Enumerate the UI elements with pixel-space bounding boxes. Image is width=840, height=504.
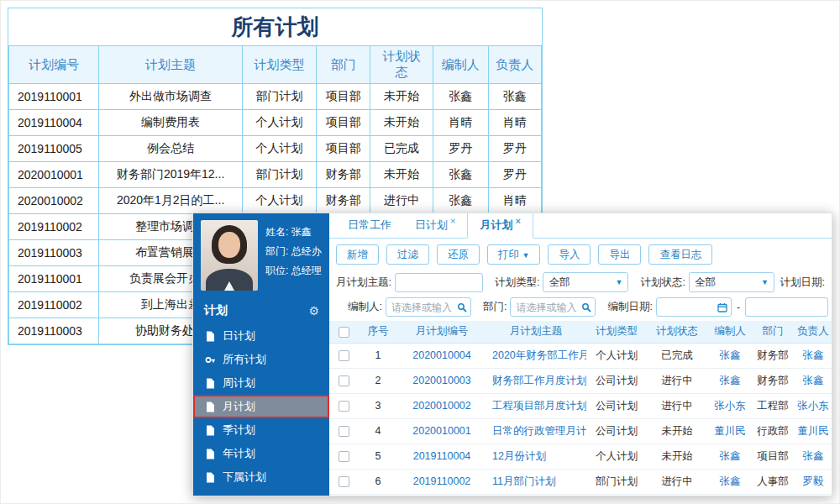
dept-cell: 项目部 xyxy=(753,444,793,469)
search-icon[interactable] xyxy=(581,302,591,312)
close-icon[interactable]: × xyxy=(450,216,455,226)
row-checkbox[interactable] xyxy=(339,350,349,361)
plan-number-link[interactable]: 2019110002 xyxy=(398,469,486,494)
dept-cell: 财务部 xyxy=(317,162,370,188)
table-row[interactable]: 2019110004 编制费用表 个人计划 项目部 未开始 肖晴 肖晴 xyxy=(9,110,542,136)
plan-subject-link[interactable]: 财务部工作月度计划 xyxy=(486,368,586,393)
table-row[interactable]: 2020010002 2020年1月2日的工... 个人计划 财务部 进行中 张… xyxy=(9,188,542,214)
plan-type-cell: 个人计划 xyxy=(242,136,316,162)
plan-subject-link[interactable]: 2020年财务部工作月... xyxy=(486,343,586,368)
owner-link[interactable]: 董川民 xyxy=(793,418,832,444)
chevron-down-icon: ▼ xyxy=(761,278,769,286)
table-row[interactable]: 2019110005 例会总结 个人计划 项目部 已完成 罗丹 罗丹 xyxy=(9,136,542,162)
profile-info: 姓名: 张鑫 部门: 总经办 职位: 总经理 xyxy=(265,220,322,291)
compiler-link[interactable]: 张小东 xyxy=(707,393,753,418)
owner-link[interactable]: 张鑫 xyxy=(793,444,832,469)
tab-daily-work[interactable]: 日常工作 xyxy=(336,213,403,238)
plan-number-cell: 2019110002 xyxy=(9,292,99,318)
search-icon[interactable] xyxy=(457,302,467,312)
plan-subject-link[interactable]: 12月份计划 xyxy=(486,444,586,469)
calendar-icon[interactable] xyxy=(717,302,727,312)
column-header-plan-number: 计划编号 xyxy=(9,46,99,84)
table-row[interactable]: 5 2019110004 12月份计划 个人计划 未开始 张鑫 项目部 张鑫 xyxy=(329,444,832,469)
subject-filter-input[interactable] xyxy=(395,273,483,292)
sidebar-item-month-plan[interactable]: 月计划 xyxy=(193,395,329,418)
file-icon xyxy=(205,425,216,436)
toolbar: 新增 过滤 还原 打印 ▼ 导入 导出 查看日志 xyxy=(329,239,832,270)
import-button[interactable]: 导入 xyxy=(548,244,591,265)
plan-number-link[interactable]: 2019110004 xyxy=(398,444,486,469)
owner-link[interactable]: 罗毅 xyxy=(793,469,832,494)
column-header-compiler: 编制人 xyxy=(707,321,753,343)
plan-number-link[interactable]: 2020010003 xyxy=(398,368,486,393)
table-row[interactable]: 2 2020010003 财务部工作月度计划 公司计划 进行中 张鑫 财务部 张… xyxy=(329,368,832,393)
compile-date-end-input[interactable] xyxy=(745,297,828,317)
sidebar-item-day-plan[interactable]: 日计划 xyxy=(193,324,329,348)
month-plan-header-row: 序号 月计划编号 月计划主题 计划类型 计划状态 编制人 部门 负责人 xyxy=(329,321,832,343)
sidebar-item-subordinate-plan[interactable]: 下属计划 xyxy=(193,465,329,489)
owner-link[interactable]: 张鑫 xyxy=(793,368,832,393)
dept-cell: 人事部 xyxy=(753,469,793,494)
plan-status-select[interactable]: 全部 ▼ xyxy=(689,272,774,292)
close-icon[interactable]: × xyxy=(515,216,520,226)
export-button[interactable]: 导出 xyxy=(598,244,641,265)
table-row[interactable]: 4 2020010001 日常的行政管理月计划 公司计划 未开始 董川民 行政部… xyxy=(329,418,832,444)
plan-number-link[interactable]: 2020010002 xyxy=(398,393,486,418)
plan-status-cell: 未开始 xyxy=(647,418,707,444)
sidebar-item-quarter-plan[interactable]: 季计划 xyxy=(193,418,329,442)
row-checkbox[interactable] xyxy=(339,375,349,386)
view-log-button[interactable]: 查看日志 xyxy=(648,244,712,265)
row-checkbox[interactable] xyxy=(339,426,349,437)
table-row[interactable]: 3 2020010002 工程项目部月度计划 公司计划 进行中 张小东 工程部 … xyxy=(329,393,832,418)
sidebar-item-all-plans[interactable]: 所有计划 xyxy=(193,348,329,371)
compiler-link[interactable]: 董川民 xyxy=(707,418,753,444)
plan-number-cell: 2019110001 xyxy=(9,84,99,110)
profile-title: 职位: 总经理 xyxy=(265,261,322,281)
compiler-link[interactable]: 张鑫 xyxy=(707,343,753,368)
sidebar-section-plan[interactable]: 计划 ⚙ xyxy=(193,297,329,324)
select-all-checkbox[interactable] xyxy=(339,327,349,338)
file-icon xyxy=(205,378,216,389)
row-checkbox[interactable] xyxy=(339,451,349,462)
reset-button[interactable]: 还原 xyxy=(437,244,480,265)
sidebar-item-week-plan[interactable]: 周计划 xyxy=(193,371,329,395)
row-checkbox[interactable] xyxy=(339,401,349,412)
sidebar-item-year-plan[interactable]: 年计划 xyxy=(193,442,329,465)
print-button[interactable]: 打印 ▼ xyxy=(487,244,540,265)
table-row[interactable]: 1 2020010004 2020年财务部工作月... 个人计划 已完成 张鑫 … xyxy=(329,343,832,368)
dept-cell: 项目部 xyxy=(317,136,370,162)
plan-subject-cell: 财务部门2019年12... xyxy=(99,162,243,188)
column-header-plan-subject: 计划主题 xyxy=(99,46,243,84)
compiler-link[interactable]: 张鑫 xyxy=(707,368,753,393)
profile-dept: 部门: 总经办 xyxy=(265,242,322,261)
plan-subject-link[interactable]: 11月部门计划 xyxy=(486,469,586,494)
plan-number-link[interactable]: 2020010004 xyxy=(398,343,486,368)
add-button[interactable]: 新增 xyxy=(336,244,379,265)
owner-link[interactable]: 张小东 xyxy=(793,393,832,418)
compiler-link[interactable]: 张鑫 xyxy=(707,444,753,469)
plan-subject-link[interactable]: 日常的行政管理月计划 xyxy=(486,418,586,444)
plan-status-cell: 进行中 xyxy=(647,469,707,494)
index-cell: 5 xyxy=(358,444,398,469)
plan-number-cell: 2020010002 xyxy=(9,188,99,214)
plan-type-cell: 公司计划 xyxy=(586,368,647,393)
plan-type-cell: 个人计划 xyxy=(586,343,647,368)
row-checkbox[interactable] xyxy=(339,476,349,487)
plan-subject-cell: 2020年1月2日的工... xyxy=(99,188,243,214)
gear-icon[interactable]: ⚙ xyxy=(308,304,319,318)
column-header-month-plan-number: 月计划编号 xyxy=(398,321,486,343)
plan-subject-link[interactable]: 工程项目部月度计划 xyxy=(486,393,586,418)
owner-link[interactable]: 张鑫 xyxy=(793,343,832,368)
tab-day-plan[interactable]: 日计划× xyxy=(403,213,467,238)
table-row[interactable]: 6 2019110002 11月部门计划 部门计划 进行中 张鑫 人事部 罗毅 xyxy=(329,469,832,494)
key-icon xyxy=(205,354,216,365)
plan-type-select[interactable]: 全部 ▼ xyxy=(543,272,628,292)
tab-month-plan[interactable]: 月计划× xyxy=(467,213,533,239)
table-row[interactable]: 2019110001 外出做市场调查 部门计划 项目部 未开始 张鑫 张鑫 xyxy=(9,84,542,110)
date-range-separator: - xyxy=(737,302,740,313)
filter-button[interactable]: 过滤 xyxy=(386,244,429,265)
table-row[interactable]: 2020010001 财务部门2019年12... 部门计划 财务部 未开始 张… xyxy=(9,162,542,188)
plan-number-link[interactable]: 2020010001 xyxy=(398,418,486,444)
column-header-plan-type: 计划类型 xyxy=(242,46,316,84)
compiler-link[interactable]: 张鑫 xyxy=(707,469,753,494)
